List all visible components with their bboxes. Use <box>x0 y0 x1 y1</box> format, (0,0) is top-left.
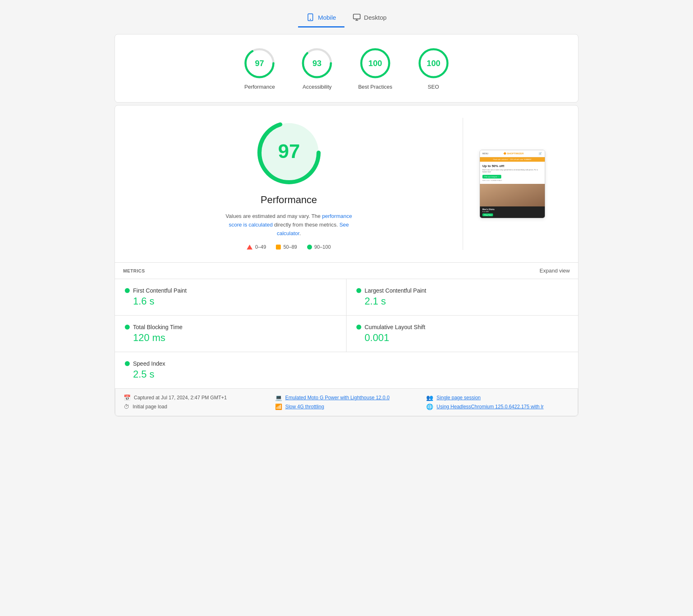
desktop-icon <box>353 13 361 21</box>
footer-initial-text: Initial page load <box>133 404 167 410</box>
footer-browser: 🌐 Using HeadlessChromium 125.0.6422.175 … <box>426 403 569 410</box>
footer-session-link[interactable]: Single page session <box>436 395 480 401</box>
phone-product: Men's Shirts from $40 Shop Now <box>480 206 545 218</box>
phone-hero: Up to 50% off! Don't miss out on some ve… <box>480 162 545 184</box>
phone-product-price: from $40 <box>482 211 542 213</box>
footer-throttling: 📶 Slow 4G throttling <box>275 403 418 410</box>
perf-right: MENU 🔶 SHOPTIMIZER 🛒 Flash sale unlocked… <box>480 118 562 250</box>
metric-si-name: Speed Index <box>133 360 165 367</box>
footer-bar: 📅 Captured at Jul 17, 2024, 2:47 PM GMT+… <box>115 388 578 416</box>
metric-lcp-dot <box>356 288 361 293</box>
phone-banner: Flash sale unlocked → 25% off with code … <box>480 157 545 162</box>
main-score-circle: 97 <box>254 118 324 188</box>
score-performance: 97 Performance <box>243 47 276 90</box>
metric-tbt-value: 120 ms <box>125 332 336 343</box>
performance-circle: 97 <box>243 47 276 80</box>
svg-text:97: 97 <box>255 59 264 68</box>
tab-desktop-label: Desktop <box>364 14 387 21</box>
legend-green: 90–100 <box>307 244 331 250</box>
footer-captured: 📅 Captured at Jul 17, 2024, 2:47 PM GMT+… <box>124 394 267 401</box>
legend-orange-icon <box>276 245 281 250</box>
metric-cls-value: 0.001 <box>356 332 568 343</box>
metric-empty <box>346 352 578 388</box>
legend-orange: 50–89 <box>276 244 297 250</box>
metric-lcp-name: Largest Contentful Paint <box>365 287 426 294</box>
metric-fcp: First Contentful Paint 1.6 s <box>115 279 346 316</box>
metric-cls-name: Cumulative Layout Shift <box>365 324 425 330</box>
perf-description: Values are estimated and may vary. The p… <box>219 212 359 238</box>
phone-hero-title: Up to 50% off! <box>482 164 542 168</box>
perf-title: Performance <box>261 194 317 206</box>
laptop-icon: 💻 <box>275 394 282 401</box>
legend-orange-label: 50–89 <box>283 244 297 250</box>
metric-tbt-dot <box>125 325 130 330</box>
tab-desktop[interactable]: Desktop <box>344 8 395 27</box>
phone-header: MENU 🔶 SHOPTIMIZER 🛒 <box>480 150 545 157</box>
svg-text:100: 100 <box>368 59 382 68</box>
main-content-card: 97 Performance Values are estimated and … <box>115 105 578 417</box>
metric-fcp-value: 1.6 s <box>125 295 336 307</box>
scores-row: 97 Performance 93 Accessibility 100 <box>123 47 570 90</box>
phone-hero-image <box>480 184 545 206</box>
svg-rect-2 <box>353 14 360 19</box>
timer-icon: ⏱ <box>124 403 129 410</box>
footer-emulated: 💻 Emulated Moto G Power with Lighthouse … <box>275 394 418 401</box>
phone-promo: With code: SUMMERSALE <box>482 179 542 181</box>
score-best-practices: 100 Best Practices <box>358 47 392 90</box>
score-accessibility-label: Accessibility <box>303 84 332 90</box>
tab-mobile[interactable]: Mobile <box>298 8 344 27</box>
score-seo: 100 SEO <box>417 47 450 90</box>
legend-green-label: 90–100 <box>314 244 331 250</box>
footer-browser-link[interactable]: Using HeadlessChromium 125.0.6422.175 wi… <box>436 404 544 410</box>
accessibility-circle: 93 <box>301 47 333 80</box>
metric-fcp-name: First Contentful Paint <box>133 287 187 294</box>
metrics-grid: First Contentful Paint 1.6 s Largest Con… <box>115 279 578 388</box>
footer-emulated-link[interactable]: Emulated Moto G Power with Lighthouse 12… <box>285 395 390 401</box>
metric-cls: Cumulative Layout Shift 0.001 <box>346 316 578 352</box>
legend-red: 0–49 <box>247 244 266 250</box>
svg-text:100: 100 <box>427 59 440 68</box>
svg-text:93: 93 <box>312 59 321 68</box>
footer-initial: ⏱ Initial page load <box>124 403 267 410</box>
score-best-practices-label: Best Practices <box>358 84 392 90</box>
footer-captured-text: Captured at Jul 17, 2024, 2:47 PM GMT+1 <box>134 395 227 401</box>
footer-session: 👥 Single page session <box>426 394 569 401</box>
metric-tbt-name: Total Blocking Time <box>133 324 183 330</box>
divider <box>463 118 463 250</box>
metrics-header: METRICS Expand view <box>115 263 578 279</box>
metric-cls-dot <box>356 325 361 330</box>
expand-view-button[interactable]: Expand view <box>539 268 570 274</box>
best-practices-circle: 100 <box>359 47 392 80</box>
legend-green-icon <box>307 245 312 250</box>
metric-tbt: Total Blocking Time 120 ms <box>115 316 346 352</box>
metric-lcp: Largest Contentful Paint 2.1 s <box>346 279 578 316</box>
phone-nav: MENU <box>482 152 489 155</box>
legend-red-icon <box>247 245 252 250</box>
mobile-icon <box>306 13 314 21</box>
phone-cart-icon: 🛒 <box>539 152 542 155</box>
legend-red-label: 0–49 <box>255 244 266 250</box>
metric-lcp-value: 2.1 s <box>356 295 568 307</box>
legend-row: 0–49 50–89 90–100 <box>247 244 330 250</box>
metric-si: Speed Index 2.5 s <box>115 352 346 388</box>
svg-text:97: 97 <box>278 140 300 162</box>
globe-icon: 🌐 <box>426 403 433 410</box>
signal-icon: 📶 <box>275 403 282 410</box>
scores-card: 97 Performance 93 Accessibility 100 <box>115 34 578 103</box>
footer-throttling-link[interactable]: Slow 4G throttling <box>285 404 324 410</box>
performance-section: 97 Performance Values are estimated and … <box>115 105 578 263</box>
phone-cta: Pick up a bargain → <box>482 175 501 179</box>
phone-hero-text: Don't miss out on some very special item… <box>482 169 542 173</box>
tab-mobile-label: Mobile <box>318 14 336 21</box>
metric-si-value: 2.5 s <box>125 369 337 380</box>
calendar-icon: 📅 <box>124 394 131 401</box>
metrics-label: METRICS <box>123 268 145 273</box>
metric-si-dot <box>125 361 130 366</box>
score-performance-label: Performance <box>244 84 275 90</box>
phone-screenshot: MENU 🔶 SHOPTIMIZER 🛒 Flash sale unlocked… <box>480 150 545 218</box>
metric-fcp-dot <box>125 288 130 293</box>
perf-left: 97 Performance Values are estimated and … <box>131 118 446 250</box>
seo-circle: 100 <box>417 47 450 80</box>
people-icon: 👥 <box>426 394 433 401</box>
phone-logo: 🔶 SHOPTIMIZER <box>503 152 524 155</box>
